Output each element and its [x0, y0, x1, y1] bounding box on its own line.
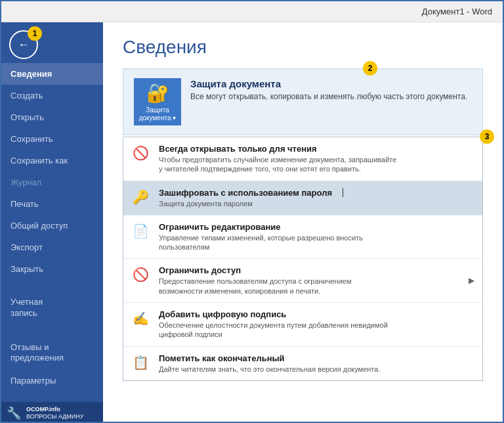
menu-item-always-readonly[interactable]: 🚫 Всегда открывать только для чтения Что…	[123, 137, 482, 181]
ocomp-label: OCOMP.info	[26, 406, 84, 413]
menu-item-final-title: Пометить как окончательный	[159, 353, 380, 363]
sidebar-item-zhurnal: Журнал	[1, 171, 103, 193]
ocomp-bar: 🔧 OCOMP.info ВОПРОСЫ АДМИНУ	[1, 402, 103, 423]
sidebar-item-sokhranit-kak[interactable]: Сохранить как	[1, 150, 103, 171]
submenu-arrow-icon: ▶	[469, 276, 474, 285]
sidebar-item-zakryt[interactable]: Закрыть	[1, 258, 103, 280]
menu-item-always-readonly-text: Всегда открывать только для чтения Чтобы…	[159, 144, 396, 174]
menu-item-always-readonly-title: Всегда открывать только для чтения	[159, 144, 396, 154]
edit-restrict-icon: 📄	[133, 223, 151, 239]
menu-item-final-desc: Дайте читателям знать, что это окончател…	[159, 365, 380, 374]
sidebar-item-otzyvy[interactable]: Отзывы и предложения	[1, 325, 103, 370]
sidebar-item-sokhranit[interactable]: Сохранить	[1, 128, 103, 150]
menu-item-restrict-access-desc: Предоставление пользователям доступа с о…	[159, 277, 351, 296]
annotation-3: 3	[480, 129, 494, 144]
annotation-1: 1	[28, 26, 42, 41]
menu-item-encrypt-desc: Защита документа паролем	[159, 199, 332, 208]
ocomp-sublabel: ВОПРОСЫ АДМИНУ	[26, 413, 84, 420]
back-button[interactable]: ← 1	[9, 30, 38, 59]
content-area: 2 🔐 Защита документа ▾ Защита документа …	[103, 68, 503, 394]
sidebar-item-eksport[interactable]: Экспорт	[1, 236, 103, 258]
protect-button-label: Защита документа ▾	[139, 106, 177, 122]
protection-card: 2 🔐 Защита документа ▾ Защита документа …	[123, 68, 483, 135]
sidebar-item-svedeniya[interactable]: Сведения	[1, 63, 103, 85]
menu-item-digital-signature[interactable]: ✍️ Добавить цифровую подпись Обеспечение…	[123, 303, 482, 347]
sidebar: ← 1 Сведения Создать Открыть Сохранить С…	[1, 22, 103, 423]
menu-item-restrict-access[interactable]: 🚫 Ограничить доступ Предоставление польз…	[123, 259, 482, 303]
protection-description: Все могут открывать, копировать и изменя…	[190, 92, 467, 101]
menu-item-always-readonly-desc: Чтобы предотвратить случайное изменение …	[159, 155, 396, 174]
menu-item-restrict-editing-title: Ограничить редактирование	[159, 222, 363, 232]
page-title: Сведения	[103, 22, 503, 68]
lock-key-icon: 🔐	[146, 82, 169, 104]
final-mark-icon: 📋	[133, 355, 151, 370]
protection-title: Защита документа	[190, 78, 467, 89]
main-content: Сведения 2 🔐 Защита документа ▾ Защита д…	[103, 22, 503, 423]
menu-item-restrict-access-title: Ограничить доступ	[159, 265, 351, 275]
menu-item-restrict-access-text: Ограничить доступ Предоставление пользов…	[159, 265, 351, 296]
readonly-icon: 🚫	[133, 145, 151, 161]
menu-item-restrict-editing[interactable]: 📄 Ограничить редактирование Управление т…	[123, 215, 482, 259]
encrypt-lock-icon: 🔑	[133, 189, 151, 205]
annotation-2: 2	[363, 61, 377, 76]
sidebar-item-parametry[interactable]: Параметры	[1, 370, 103, 391]
ocomp-text-block: OCOMP.info ВОПРОСЫ АДМИНУ	[26, 406, 84, 420]
menu-item-mark-final-text: Пометить как окончательный Дайте читател…	[159, 353, 380, 374]
title-text: Документ1 - Word	[422, 7, 492, 16]
sidebar-item-obshchiy-dostup[interactable]: Общий доступ	[1, 215, 103, 236]
sidebar-item-sozdat[interactable]: Создать	[1, 85, 103, 106]
sidebar-item-pechat[interactable]: Печать	[1, 193, 103, 215]
ocomp-icon: 🔧	[7, 406, 21, 420]
menu-item-signature-desc: Обеспечение целостности документа путем …	[159, 321, 388, 340]
menu-item-digital-signature-text: Добавить цифровую подпись Обеспечение це…	[159, 309, 388, 340]
cursor-indicator	[343, 188, 348, 197]
sidebar-item-uchetnaya-zapis[interactable]: Учетная запись	[1, 280, 103, 325]
menu-item-restrict-editing-text: Ограничить редактирование Управление тип…	[159, 222, 363, 252]
signature-icon: ✍️	[133, 311, 151, 326]
menu-item-encrypt-text: Зашифровать с использованием пароля Защи…	[159, 188, 332, 208]
menu-item-restrict-editing-desc: Управление типами изменений, которые раз…	[159, 233, 363, 252]
menu-item-encrypt-title: Зашифровать с использованием пароля	[159, 188, 332, 198]
protection-text: Защита документа Все могут открывать, ко…	[190, 78, 467, 101]
title-bar: Документ1 - Word	[1, 1, 503, 22]
menu-item-mark-final[interactable]: 📋 Пометить как окончательный Дайте читат…	[123, 347, 482, 380]
protection-dropdown: 3 🚫 Всегда открывать только для чтения Ч…	[123, 137, 483, 381]
access-restrict-icon: 🚫	[133, 267, 151, 282]
menu-item-encrypt-password[interactable]: 🔑 Зашифровать с использованием пароля За…	[123, 181, 482, 215]
protect-document-button[interactable]: 🔐 Защита документа ▾	[134, 78, 181, 125]
sidebar-item-otkryt[interactable]: Открыть	[1, 106, 103, 128]
menu-item-signature-title: Добавить цифровую подпись	[159, 309, 388, 319]
